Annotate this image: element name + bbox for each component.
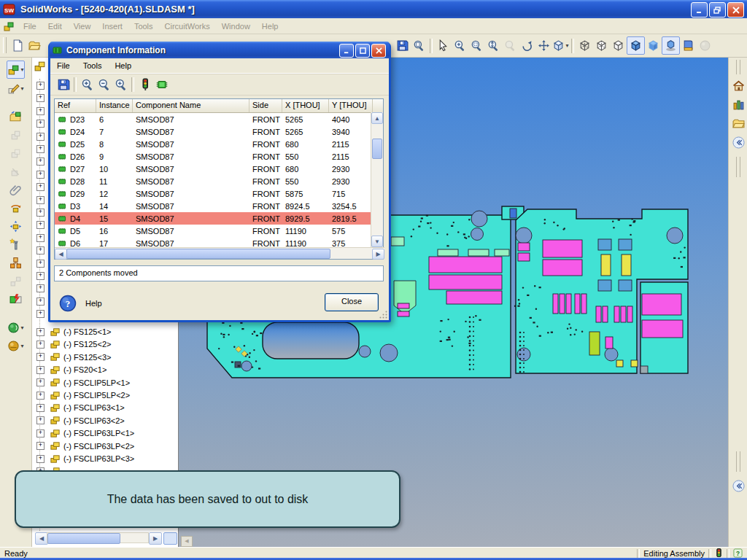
taskpane-home-icon[interactable] <box>730 77 747 94</box>
tree-expand-box[interactable]: + <box>36 416 44 424</box>
table-row-d3[interactable]: D314SMSOD87FRONT8924.53254.5 <box>55 200 383 212</box>
table-row-d26[interactable]: D269SMSOD87FRONT5502115 <box>55 150 383 163</box>
dialog-menu-help[interactable]: Help <box>108 60 138 71</box>
tree-expand-box[interactable]: + <box>36 107 44 115</box>
tree-expand-box[interactable]: + <box>36 133 44 141</box>
dialog-zoom-fit-icon[interactable] <box>112 77 129 93</box>
table-row-d27[interactable]: D2710SMSOD87FRONT6802930 <box>55 163 383 175</box>
tree-expand-box[interactable]: + <box>36 234 44 242</box>
table-row-d23[interactable]: D236SMSOD87FRONT52654040 <box>55 113 383 125</box>
tree-expand-box[interactable]: + <box>36 378 44 386</box>
toolbar-standard-views-icon[interactable]: ▾ <box>552 37 569 54</box>
tree-expand-box[interactable]: + <box>36 366 44 374</box>
tree-expand-box[interactable]: + <box>36 341 44 349</box>
toolbar-pan-icon[interactable] <box>535 37 552 54</box>
table-row-d25[interactable]: D258SMSOD87FRONT6802115 <box>55 138 383 150</box>
toolbar-hidden-lines-removed-icon[interactable] <box>610 37 627 54</box>
close-dialog-button[interactable]: Close <box>325 293 379 311</box>
dialog-maximize-button[interactable] <box>355 44 370 58</box>
dialog-minimize-button[interactable] <box>339 44 354 58</box>
table-hscroll-thumb[interactable] <box>66 249 330 259</box>
tree-expand-box[interactable]: + <box>36 145 44 153</box>
menu-help[interactable]: Help <box>256 20 285 32</box>
tree-expand-box[interactable]: + <box>36 404 44 412</box>
table-row-d5[interactable]: D516SMSOD87FRONT11190575 <box>55 225 383 237</box>
menu-window[interactable]: Window <box>216 20 256 32</box>
toolbar-rotate-view-icon[interactable] <box>519 37 535 54</box>
dialog-resize-grip[interactable] <box>379 310 388 319</box>
tree-expand-box[interactable]: + <box>36 171 44 179</box>
tree-expand-box[interactable]: + <box>36 221 44 229</box>
tree-expand-box[interactable]: + <box>36 284 44 292</box>
menu-insert[interactable]: Insert <box>96 20 128 32</box>
column-header-side[interactable]: Side <box>249 99 282 112</box>
restore-button[interactable] <box>709 2 726 18</box>
tree-item-fsclip632[interactable]: +(-) FSCLIP63<2> <box>32 414 125 427</box>
toolbar-print-preview-icon[interactable] <box>411 37 427 54</box>
menu-tools[interactable]: Tools <box>128 20 159 32</box>
toolbar-grip[interactable] <box>3 37 7 53</box>
viewport-scroll-left-button[interactable]: ◀ <box>181 536 193 547</box>
tree-item-fsclip631[interactable]: +(-) FSCLIP63<1> <box>32 402 125 414</box>
toolbar-zoom-fit-icon[interactable] <box>452 37 468 54</box>
status-help-icon[interactable]: ? <box>733 548 743 558</box>
assembly-insert-component-icon[interactable]: ▾ <box>7 61 25 79</box>
tree-expand-box[interactable]: + <box>36 353 44 361</box>
dialog-zoom-in-icon[interactable] <box>79 77 96 93</box>
taskpane-file-explorer-icon[interactable] <box>730 115 747 132</box>
tree-expand-box[interactable]: + <box>36 94 44 102</box>
table-row-d4[interactable]: D415SMSOD87FRONT8929.52819.5 <box>55 212 383 225</box>
tree-expand-box[interactable]: + <box>36 158 44 166</box>
column-header-x-thou-[interactable]: X [THOU] <box>282 99 329 112</box>
toolbar-hidden-lines-visible-icon[interactable] <box>593 37 610 54</box>
column-header-y-thou-[interactable]: Y [THOU] <box>329 99 373 112</box>
menu-view[interactable]: View <box>68 20 97 32</box>
toolbar-select-icon[interactable] <box>435 37 452 54</box>
tree-expand-box[interactable]: + <box>36 429 44 438</box>
tree-expand-box[interactable]: + <box>36 120 44 128</box>
taskpane-collapse-icon[interactable] <box>730 134 747 151</box>
tree-item-fsclip5lp1[interactable]: +(-) FSCLIP5LP<1> <box>32 376 130 389</box>
tree-item-fsclip63lp1[interactable]: +(-) FSCLIP63LP<1> <box>32 427 134 440</box>
toolbar-shaded-icon[interactable] <box>645 37 662 54</box>
tree-expand-box[interactable]: + <box>36 392 44 400</box>
tree-hscroll-track[interactable] <box>47 532 149 543</box>
tree-item-fsclip63lp2[interactable]: +(-) FSCLIP63LP<2> <box>32 440 134 452</box>
help-icon[interactable]: ? <box>59 295 77 312</box>
task-pane-grip[interactable] <box>736 60 740 74</box>
dialog-zoom-out-icon[interactable] <box>96 77 112 93</box>
help-label[interactable]: Help <box>85 299 102 308</box>
dialog-menu-file[interactable]: File <box>50 60 77 71</box>
dialog-close-button[interactable] <box>371 44 386 58</box>
table-vscrollbar[interactable]: ▲ ▼ <box>371 112 383 247</box>
assembly-move-component-icon[interactable] <box>7 218 24 235</box>
toolbar-zoom-in-out-icon[interactable] <box>485 37 502 54</box>
column-header-instance[interactable]: Instance <box>96 99 133 112</box>
close-button[interactable] <box>727 2 744 18</box>
tree-expand-box[interactable]: + <box>36 298 44 306</box>
table-row-d29[interactable]: D2912SMSOD87FRONT5875715 <box>55 187 383 200</box>
tree-hscroll-thumb[interactable] <box>47 533 120 544</box>
toolbar-apply-scene-icon[interactable] <box>680 37 697 54</box>
tree-expand-box[interactable]: + <box>36 183 44 191</box>
toolbar-shaded-with-edges-icon[interactable] <box>627 36 645 55</box>
assembly-interference-detection-icon[interactable] <box>7 291 24 308</box>
tree-expand-box[interactable]: + <box>36 442 44 450</box>
tree-hscroll-right-button[interactable]: ▶ <box>149 532 162 545</box>
assembly-simulation-icon[interactable]: ▾ <box>7 338 24 354</box>
toolbar-save-icon[interactable] <box>394 37 411 54</box>
toolbar-shadows-in-shaded-mode-icon[interactable] <box>662 36 680 55</box>
tree-expand-box[interactable]: + <box>36 272 44 280</box>
toolbar-wireframe-icon[interactable] <box>576 37 593 54</box>
minimize-button[interactable] <box>691 2 708 18</box>
assembly-rotate-component-icon[interactable] <box>7 200 24 217</box>
assembly-sketch-icon[interactable]: ▾ <box>7 80 24 97</box>
assembly-mate-icon[interactable] <box>7 182 24 198</box>
collapse-pane-button-bottom[interactable] <box>730 478 747 494</box>
taskpane-design-library-icon[interactable] <box>730 96 747 113</box>
dialog-menu-tools[interactable]: Tools <box>77 60 109 71</box>
toolbar-new-document-icon[interactable] <box>9 37 26 54</box>
dialog-traffic-light-icon[interactable] <box>136 77 153 93</box>
menu-circuitworks[interactable]: CircuitWorks <box>159 20 216 32</box>
table-row-d28[interactable]: D2811SMSOD87FRONT5502930 <box>55 175 383 187</box>
